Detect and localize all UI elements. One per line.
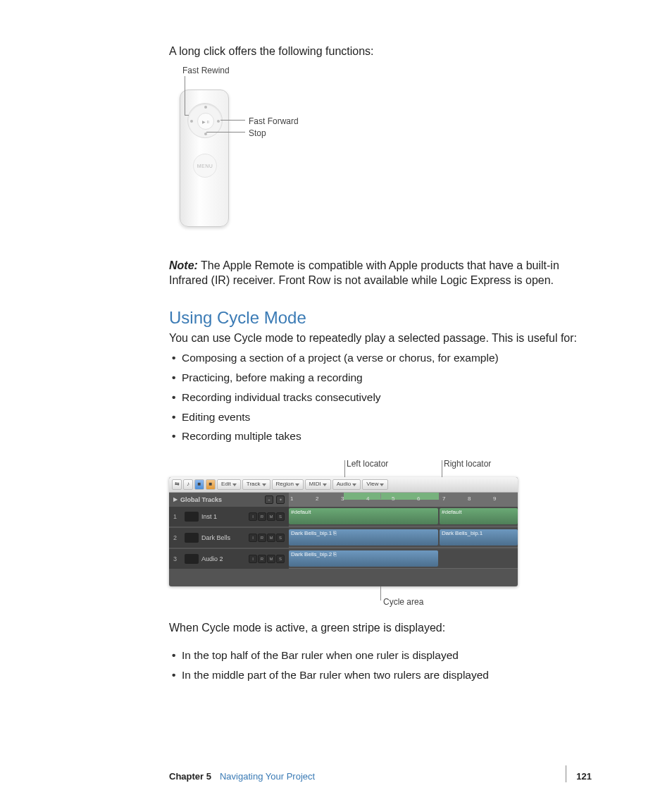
mute-button: M [267,512,275,521]
region: Dark Bells_bip.1 ⎘ [289,529,438,546]
track-header: 1Inst 1IRMS [169,507,289,526]
ruler-tick: 2 [316,495,318,503]
plus-icon [204,106,207,109]
section-heading: Using Cycle Mode [169,307,592,329]
bullet-item: In the middle part of the Bar ruler when… [169,668,592,683]
tool-blue-icon: ■ [194,479,204,490]
solo-button: S [276,534,285,542]
section-intro: You can use Cycle mode to repeatedly pla… [169,331,592,346]
stop-label: Stop [249,128,266,139]
link-icon: ⇆ [172,479,182,490]
arrange-toolbar: ⇆ ♪ ■ ■ Edit Track Region MIDI Audio Vie… [169,477,518,493]
input-button: I [249,534,257,542]
arrange-window: ⇆ ♪ ■ ■ Edit Track Region MIDI Audio Vie… [169,477,518,586]
ruler-tick: 7 [442,495,445,503]
ruler-tick: 5 [392,495,394,503]
instrument-icon [185,533,199,543]
footer-title: Navigating Your Project [220,770,576,783]
track-header: 2Dark BellsIRMS [169,528,289,548]
bar-ruler: 123456789 [289,493,518,507]
instrument-icon [185,554,199,564]
ruler-tick: 3 [341,495,344,503]
plus-icon: + [265,495,273,504]
cycle-area-label: Cycle area [383,596,423,608]
right-locator-label: Right locator [444,458,491,469]
mute-button: M [267,534,275,542]
gear-icon: ✦ [276,495,285,504]
instrument-icon [185,512,199,522]
footer-chapter: Chapter 5 [169,770,211,783]
bullet-list-b: In the top half of the Bar ruler when on… [169,648,592,683]
solo-button: S [276,512,285,521]
note-body: The Apple Remote is compatible with Appl… [169,259,559,287]
track-lane: Dark Bells_bip.2 ⎘ [289,549,518,569]
edit-menu: Edit [217,479,241,490]
region: #default [289,508,438,524]
remote-nav-ring: ▶ II [187,103,223,138]
bullet-item: Recording multiple takes [169,429,592,444]
view-menu: View [362,479,388,490]
remote-diagram: ▶ II MENU Fast Rewind Fast Forward Stop [180,72,356,248]
ruler-tick: 1 [290,495,293,503]
mute-button: M [267,555,275,563]
track-menu: Track [242,479,270,490]
footer-page-number: 121 [576,770,592,783]
solo-button: S [276,555,285,563]
rewind-label: Fast Rewind [182,65,230,76]
track-header: 3Audio 2IRMS [169,549,289,569]
rewind-icon [190,120,193,123]
intro-text: A long click offers the following functi… [169,44,592,59]
note-paragraph: Note: The Apple Remote is compatible wit… [169,258,592,288]
forward-icon [217,120,220,123]
forward-label: Fast Forward [249,116,299,127]
catch-icon: ♪ [183,479,193,490]
bullet-item: Practicing, before making a recording [169,371,592,386]
record-button: R [258,555,266,563]
ruler-tick: 6 [417,495,420,503]
play-pause-button: ▶ II [197,113,214,130]
ruler-tick: 8 [468,495,471,503]
region: #default [440,508,518,524]
minus-icon [204,133,207,135]
bullet-list-a: Composing a section of a project (a vers… [169,351,592,445]
menu-button: MENU [193,154,217,178]
tool-orange-icon: ■ [206,479,216,490]
audio-menu: Audio [332,479,361,490]
arrange-diagram: Left locator Right locator ⇆ ♪ ■ ■ Edit … [169,458,521,599]
bullet-item: In the top half of the Bar ruler when on… [169,648,592,663]
midi-menu: MIDI [305,479,331,490]
note-prefix: Note: [169,259,198,271]
remote-body: ▶ II MENU [180,90,229,227]
bullet-item: Editing events [169,410,592,425]
region-menu: Region [272,479,304,490]
bullet-item: Composing a section of a project (a vers… [169,351,592,366]
record-button: R [258,512,266,521]
input-button: I [249,512,257,521]
ruler-tick: 9 [493,495,496,503]
page-footer: Chapter 5 Navigating Your Project 121 [169,770,592,783]
track-lane: Dark Bells_bip.1 ⎘Dark Bells_bip.1 [289,528,518,548]
input-button: I [249,555,257,563]
track-lane: #default#default [289,507,518,526]
region: Dark Bells_bip.2 ⎘ [289,550,438,567]
ruler-tick: 4 [366,495,369,503]
global-tracks-header: ▶ Global Tracks + ✦ [169,493,289,507]
after-text: When Cycle mode is active, a green strip… [169,620,592,636]
region: Dark Bells_bip.1 [440,529,518,546]
left-locator-label: Left locator [347,458,388,469]
bullet-item: Recording individual tracks consecutivel… [169,390,592,405]
record-button: R [258,534,266,542]
